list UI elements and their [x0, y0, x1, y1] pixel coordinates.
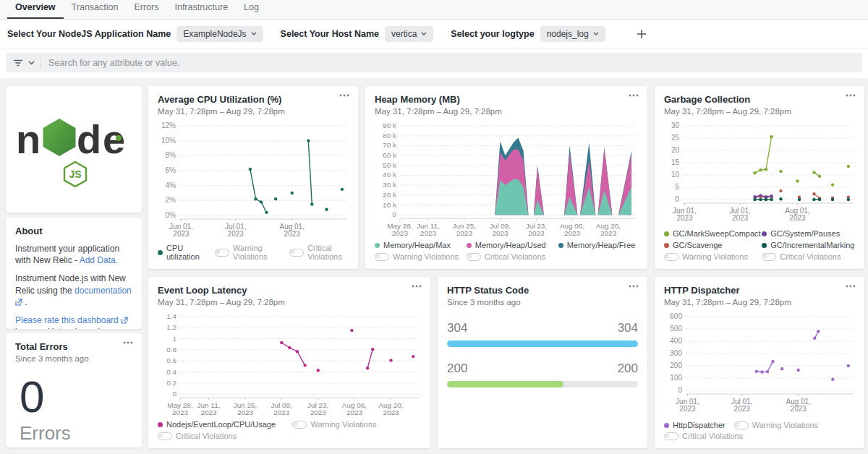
documentation-link[interactable]: documentation: [75, 286, 132, 296]
svg-text:2023: 2023: [789, 214, 806, 222]
filter-icon: [13, 59, 23, 67]
legend-item[interactable]: Memory/Heap/Free: [558, 241, 638, 249]
bar-fill: [447, 381, 563, 387]
svg-text:400: 400: [670, 337, 682, 345]
event-loop-latency-card: Event Loop Latency May 31, 7:28pm – Aug …: [148, 277, 430, 448]
card-menu-icon[interactable]: [629, 285, 639, 288]
svg-text:0: 0: [678, 386, 682, 394]
svg-text:5: 5: [675, 183, 679, 191]
chart-legend: GC/MarkSweepCompact GC/System/Pauses GC/…: [664, 229, 855, 261]
tab-infrastructure[interactable]: Infrastructure: [166, 0, 236, 19]
svg-text:2023: 2023: [172, 408, 189, 416]
rate-dashboard-link[interactable]: Please rate this dashboard: [15, 315, 119, 325]
svg-text:2023: 2023: [732, 214, 749, 222]
about-card: About Instrument your application with N…: [6, 218, 142, 329]
svg-text:2023: 2023: [456, 229, 473, 237]
svg-text:2023: 2023: [420, 229, 437, 237]
svg-text:60 k: 60 k: [383, 151, 396, 159]
search-input[interactable]: [48, 58, 855, 68]
tab-errors[interactable]: Errors: [126, 0, 166, 19]
legend-item[interactable]: CPU utilization: [158, 244, 203, 261]
svg-text:90 k: 90 k: [383, 121, 396, 129]
critical-violations-toggle[interactable]: Critical Violations: [762, 252, 855, 261]
total-errors-unit: Errors: [20, 422, 132, 445]
chevron-down-icon[interactable]: [28, 61, 35, 65]
tab-transaction[interactable]: Transaction: [64, 0, 127, 19]
tab-overview[interactable]: Overview: [7, 0, 64, 19]
tab-log[interactable]: Log: [236, 0, 267, 19]
chart-legend: Memory/Heap/Max Memory/Heap/Used Memory/…: [375, 241, 638, 261]
status-value: 304: [618, 321, 638, 335]
svg-text:2023: 2023: [564, 229, 581, 237]
status-value: 200: [618, 361, 638, 376]
about-paragraph-2: Instrument Node.js with New Relic using …: [15, 273, 132, 308]
legend-item[interactable]: GC/Scavenge: [664, 241, 762, 249]
svg-text:6%: 6%: [166, 166, 176, 174]
total-errors-title: Total Errors: [15, 341, 132, 352]
svg-text:40 k: 40 k: [383, 171, 396, 179]
svg-text:0.8: 0.8: [166, 346, 176, 354]
svg-text:20: 20: [671, 146, 680, 154]
warning-violations-toggle[interactable]: Warning Violations: [292, 420, 421, 429]
http-status-code-card: HTTP Status Code Since 3 months ago 3043…: [438, 277, 647, 448]
svg-text:2023: 2023: [528, 229, 545, 237]
bar-track: [447, 340, 638, 347]
svg-text:n: n: [16, 116, 41, 162]
search-box[interactable]: [6, 53, 862, 72]
external-link-icon: [121, 317, 128, 324]
gc-line-chart: 051015202530Jun 01,2023Jul 01,2023Aug 01…: [664, 120, 855, 226]
warning-violations-toggle[interactable]: Warning Violations: [375, 252, 467, 261]
chart-title: Heap Memory (MB): [375, 94, 638, 105]
card-menu-icon[interactable]: [846, 94, 856, 97]
svg-text:2023: 2023: [284, 230, 301, 238]
svg-text:600: 600: [670, 312, 682, 320]
legend-item[interactable]: GC/MarkSweepCompact: [664, 229, 762, 238]
warning-violations-toggle[interactable]: Warning Violations: [215, 244, 278, 261]
host-name-select[interactable]: vertica: [385, 26, 433, 42]
warning-violations-toggle[interactable]: Warning Violations: [734, 421, 818, 429]
card-menu-icon[interactable]: [339, 94, 349, 97]
add-variable-button[interactable]: [636, 28, 647, 40]
legend-item[interactable]: Nodejs/EventLoop/CPU/Usage: [158, 420, 292, 429]
app-name-select[interactable]: ExampleNodeJs: [176, 26, 263, 42]
svg-text:2023: 2023: [346, 408, 363, 416]
divider: [41, 57, 41, 69]
svg-text:0%: 0%: [166, 211, 176, 219]
http-dispatcher-card: HTTP Dispatcher May 31, 7:28pm – Aug 29,…: [655, 277, 864, 448]
svg-text:25: 25: [671, 134, 680, 142]
critical-violations-toggle[interactable]: Critical Violations: [158, 432, 292, 440]
svg-text:2023: 2023: [734, 405, 751, 413]
card-menu-icon[interactable]: [412, 285, 422, 288]
svg-text:80 k: 80 k: [383, 132, 396, 140]
legend-item[interactable]: Memory/Heap/Max: [375, 241, 467, 249]
chevron-down-icon: [421, 32, 427, 35]
card-menu-icon[interactable]: [846, 285, 856, 288]
critical-violations-toggle[interactable]: Critical Violations: [289, 244, 349, 261]
card-menu-icon[interactable]: [123, 341, 133, 344]
chevron-down-icon: [593, 32, 599, 35]
critical-violations-toggle[interactable]: Critical Violations: [467, 252, 558, 261]
logtype-select[interactable]: nodejs_log: [540, 26, 605, 42]
svg-text:70 k: 70 k: [383, 141, 396, 149]
bar-track: [447, 381, 638, 387]
legend-item[interactable]: Memory/Heap/Used: [467, 241, 558, 249]
svg-text:100: 100: [670, 374, 682, 382]
svg-text:0: 0: [392, 210, 396, 218]
svg-text:1: 1: [173, 335, 177, 343]
variable-filter-bar: Select Your NodeJS Application Name Exam…: [0, 20, 868, 48]
svg-text:10 k: 10 k: [383, 201, 396, 209]
svg-text:2023: 2023: [600, 229, 617, 237]
status-label: 304: [447, 321, 467, 335]
critical-violations-toggle[interactable]: Critical Violations: [664, 432, 743, 440]
legend-item[interactable]: GC/IncrementalMarking: [762, 241, 855, 249]
legend-item[interactable]: GC/System/Pauses: [762, 229, 855, 238]
svg-text:e: e: [103, 116, 125, 162]
card-menu-icon[interactable]: [629, 94, 639, 97]
legend-item[interactable]: HttpDispatcher: [664, 421, 726, 429]
add-data-link[interactable]: Add Data.: [80, 255, 118, 265]
nodejs-logo: n d e JS: [14, 107, 133, 192]
svg-text:300: 300: [670, 349, 682, 357]
chart-title: HTTP Dispatcher: [664, 285, 855, 296]
warning-violations-toggle[interactable]: Warning Violations: [664, 252, 762, 261]
svg-text:JS: JS: [69, 168, 81, 180]
